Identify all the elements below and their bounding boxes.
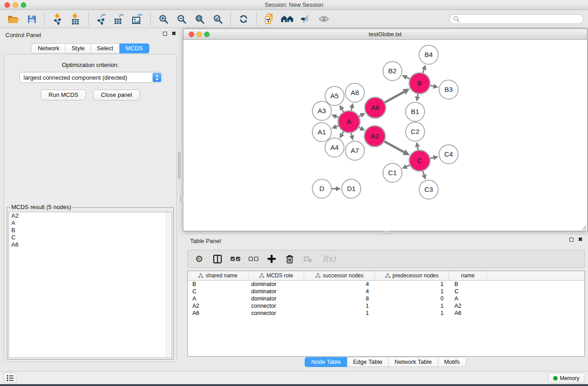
- graph-node-C[interactable]: C: [409, 150, 430, 171]
- edge-C-C4[interactable]: [430, 157, 433, 158]
- column-header-MCDS-role[interactable]: MCDS role: [249, 271, 304, 280]
- tab-network[interactable]: Network: [31, 43, 66, 53]
- close-table-panel-icon[interactable]: ✖: [578, 237, 583, 242]
- table-row[interactable]: Cdominator41C: [188, 288, 584, 295]
- network-canvas[interactable]: AA6A2BCB4B2B3B1A5A8A3A1A4A7C2C4C1C3DD1: [183, 40, 587, 231]
- graph-node-A6[interactable]: A6: [365, 97, 386, 118]
- column-header-name[interactable]: name: [449, 271, 487, 280]
- edge-A-A4[interactable]: [342, 132, 344, 134]
- hide-selected-button[interactable]: [296, 12, 315, 26]
- export-network-button[interactable]: [92, 12, 110, 26]
- graph-node-A1[interactable]: A1: [312, 123, 331, 142]
- mcds-result-item[interactable]: A: [9, 219, 172, 227]
- show-columns-button[interactable]: [211, 253, 223, 265]
- edge-C-C2[interactable]: [417, 147, 418, 150]
- table-row[interactable]: Adominator80A: [188, 295, 584, 302]
- edge-A-A8[interactable]: [351, 108, 352, 110]
- resize-grip-icon[interactable]: [580, 224, 587, 230]
- column-header-successor-nodes[interactable]: successor nodes: [304, 271, 375, 280]
- result-scrollbar[interactable]: [166, 212, 172, 357]
- tab-network-table[interactable]: Network Table: [389, 357, 438, 367]
- tab-mcds[interactable]: MCDS: [120, 43, 149, 53]
- optimization-criterion-dropdown[interactable]: largest connected component (directed): [19, 72, 162, 83]
- graph-node-B4[interactable]: B4: [419, 45, 438, 64]
- table-row[interactable]: A6connector11A6: [188, 310, 584, 317]
- export-table-button[interactable]: [110, 12, 129, 26]
- export-image-button[interactable]: [129, 12, 147, 26]
- select-all-button[interactable]: [229, 253, 241, 265]
- zoom-in-button[interactable]: [154, 12, 172, 26]
- close-panel-button[interactable]: Close panel: [93, 90, 140, 100]
- edge-A-A6[interactable]: [359, 115, 361, 116]
- open-session-button[interactable]: [5, 12, 23, 26]
- column-header-predecessor-nodes[interactable]: predecessor nodes: [375, 271, 449, 280]
- graph-node-B3[interactable]: B3: [439, 80, 458, 99]
- graph-node-A4[interactable]: A4: [325, 138, 344, 157]
- float-table-panel-icon[interactable]: [569, 238, 574, 242]
- delete-table-button[interactable]: [302, 253, 314, 265]
- tab-node-table[interactable]: Node Table: [305, 357, 347, 367]
- memory-button[interactable]: Memory: [548, 373, 584, 383]
- clone-network-button[interactable]: [260, 12, 278, 26]
- graph-node-A2[interactable]: A2: [364, 126, 385, 147]
- edge-A2-C[interactable]: [384, 141, 404, 152]
- mcds-result-item[interactable]: A2: [9, 212, 172, 219]
- graph-node-C1[interactable]: C1: [383, 163, 402, 182]
- task-history-button[interactable]: [4, 373, 16, 383]
- graph-node-C4[interactable]: C4: [439, 145, 458, 164]
- column-header-shared-name[interactable]: shared name: [188, 271, 249, 280]
- mcds-result-item[interactable]: A6: [9, 241, 172, 248]
- graph-node-D1[interactable]: D1: [342, 179, 361, 198]
- zoom-out-button[interactable]: [172, 12, 191, 26]
- collapsed-vertical-scrollbar[interactable]: [180, 195, 183, 203]
- save-session-button[interactable]: [23, 12, 41, 26]
- graph-node-A7[interactable]: A7: [345, 141, 364, 160]
- graph-node-C3[interactable]: C3: [419, 180, 438, 199]
- control-panel-scrollbar-thumb[interactable]: [178, 152, 181, 179]
- first-neighbors-button[interactable]: [278, 12, 296, 26]
- table-row[interactable]: A2connector11A2: [188, 302, 584, 310]
- tab-select[interactable]: Select: [91, 43, 120, 53]
- graph-node-A5[interactable]: A5: [325, 86, 344, 105]
- delete-column-button[interactable]: [284, 253, 296, 265]
- show-all-button[interactable]: [315, 12, 333, 26]
- graph-node-B[interactable]: B: [409, 73, 430, 94]
- graph-node-B2[interactable]: B2: [383, 62, 402, 81]
- graph-node-A[interactable]: A: [338, 111, 360, 133]
- add-column-button[interactable]: [266, 253, 277, 265]
- table-settings-button[interactable]: ⚙: [193, 253, 205, 265]
- graph-node-B1[interactable]: B1: [406, 102, 425, 121]
- edge-B-B2[interactable]: [406, 77, 410, 79]
- close-panel-icon[interactable]: ✖: [172, 31, 176, 36]
- import-table-button[interactable]: [67, 12, 85, 26]
- edge-A-A7[interactable]: [351, 133, 352, 135]
- edge-B-B4[interactable]: [423, 69, 424, 73]
- graph-node-A3[interactable]: A3: [312, 101, 331, 120]
- network-window-titlebar[interactable]: testGlobe.txt: [183, 29, 587, 40]
- tab-style[interactable]: Style: [66, 43, 91, 53]
- table-row[interactable]: Bdominator41B: [188, 281, 584, 288]
- run-mcds-button[interactable]: Run MCDS: [41, 90, 86, 100]
- edge-A-A5[interactable]: [342, 110, 344, 112]
- float-panel-icon[interactable]: [163, 32, 167, 36]
- graph-node-A8[interactable]: A8: [345, 83, 364, 102]
- zoom-selected-button[interactable]: [209, 12, 227, 26]
- graph-node-C2[interactable]: C2: [406, 122, 425, 141]
- edge-A-A2[interactable]: [359, 127, 361, 128]
- tab-edge-table[interactable]: Edge Table: [347, 357, 389, 367]
- mcds-result-item[interactable]: B: [9, 227, 172, 234]
- edge-A-A1[interactable]: [336, 126, 339, 127]
- edge-B-B1[interactable]: [417, 94, 418, 97]
- edge-A6-B[interactable]: [385, 92, 404, 103]
- mcds-result-list[interactable]: A2ABCA6: [9, 212, 172, 358]
- edge-B-B3[interactable]: [430, 86, 433, 86]
- mcds-result-item[interactable]: C: [9, 234, 172, 241]
- graph-node-D[interactable]: D: [312, 179, 331, 198]
- edge-A-A3[interactable]: [336, 117, 339, 118]
- search-input[interactable]: [449, 14, 583, 24]
- edge-C-C1[interactable]: [406, 165, 410, 167]
- function-builder-button[interactable]: f(x): [320, 253, 338, 265]
- import-network-button[interactable]: [48, 12, 67, 26]
- zoom-fit-button[interactable]: [191, 12, 209, 26]
- collapsed-horizontal-scrollbar[interactable]: [383, 231, 390, 234]
